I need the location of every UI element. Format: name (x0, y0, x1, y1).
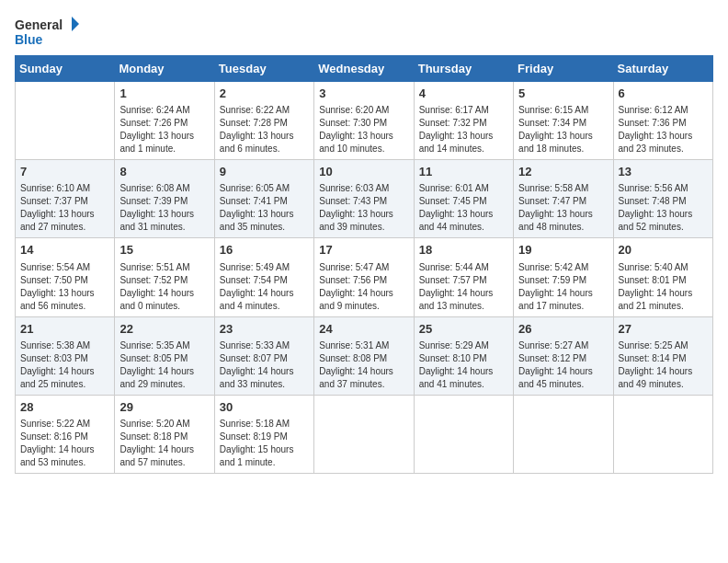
day-info: Sunrise: 5:47 AM (319, 261, 408, 274)
day-info: Daylight: 13 hours (20, 208, 109, 221)
day-info: Daylight: 14 hours (119, 365, 209, 378)
calendar-cell (314, 395, 414, 473)
day-info: and 57 minutes. (119, 456, 209, 469)
day-number: 14 (20, 242, 109, 259)
day-info: Daylight: 14 hours (419, 365, 508, 378)
day-info: Daylight: 13 hours (419, 130, 508, 143)
day-number: 16 (220, 242, 309, 259)
day-info: Daylight: 14 hours (220, 365, 309, 378)
calendar-cell: 3Sunrise: 6:20 AMSunset: 7:30 PMDaylight… (314, 82, 414, 160)
day-info: Sunset: 7:41 PM (220, 195, 309, 208)
day-info: Daylight: 13 hours (518, 208, 608, 221)
day-info: and 13 minutes. (419, 300, 508, 313)
calendar-cell: 15Sunrise: 5:51 AMSunset: 7:52 PMDayligh… (115, 238, 214, 316)
day-info: Sunrise: 6:08 AM (119, 182, 209, 195)
day-number: 17 (319, 242, 408, 259)
svg-marker-2 (72, 17, 79, 31)
day-info: Sunrise: 6:01 AM (419, 182, 508, 195)
day-info: Sunrise: 5:56 AM (619, 182, 708, 195)
day-info: Sunset: 7:36 PM (619, 117, 708, 130)
day-number: 28 (20, 399, 109, 416)
day-info: and 52 minutes. (619, 221, 708, 234)
day-info: Sunset: 8:01 PM (619, 274, 708, 287)
day-info: Sunrise: 6:20 AM (319, 104, 408, 117)
day-info: and 14 minutes. (419, 143, 508, 155)
day-number: 3 (319, 86, 408, 102)
page-header: General Blue (15, 15, 713, 52)
day-info: Sunrise: 6:05 AM (220, 182, 309, 195)
day-info: and 23 minutes. (619, 143, 708, 155)
day-info: Daylight: 15 hours (220, 443, 309, 456)
day-info: and 48 minutes. (518, 221, 608, 234)
day-number: 13 (619, 164, 708, 180)
day-info: Daylight: 13 hours (518, 130, 608, 143)
day-info: Sunrise: 5:51 AM (119, 261, 209, 274)
day-info: Daylight: 13 hours (319, 130, 408, 143)
calendar-cell: 30Sunrise: 5:18 AMSunset: 8:19 PMDayligh… (214, 395, 313, 473)
day-info: Sunrise: 5:27 AM (518, 339, 608, 352)
day-info: Sunrise: 5:35 AM (119, 339, 209, 352)
day-info: Sunset: 7:59 PM (518, 274, 608, 287)
calendar-cell: 11Sunrise: 6:01 AMSunset: 7:45 PMDayligh… (414, 160, 513, 238)
header-wednesday: Wednesday (314, 56, 414, 82)
calendar-week-2: 7Sunrise: 6:10 AMSunset: 7:37 PMDaylight… (16, 160, 713, 238)
day-info: Sunrise: 5:33 AM (220, 339, 309, 352)
day-info: and 6 minutes. (220, 143, 309, 155)
calendar-cell: 2Sunrise: 6:22 AMSunset: 7:28 PMDaylight… (214, 82, 313, 160)
day-info: Sunset: 7:34 PM (518, 117, 608, 130)
day-info: Sunset: 7:47 PM (518, 195, 608, 208)
calendar-header-row: SundayMondayTuesdayWednesdayThursdayFrid… (16, 56, 713, 82)
day-info: Sunrise: 6:03 AM (319, 182, 408, 195)
calendar-cell: 9Sunrise: 6:05 AMSunset: 7:41 PMDaylight… (214, 160, 313, 238)
day-info: Daylight: 14 hours (319, 287, 408, 300)
day-info: Sunset: 8:18 PM (119, 431, 209, 443)
day-info: Sunrise: 5:38 AM (20, 339, 109, 352)
day-number: 2 (220, 86, 309, 102)
calendar-cell: 4Sunrise: 6:17 AMSunset: 7:32 PMDaylight… (414, 82, 513, 160)
day-info: and 35 minutes. (220, 221, 309, 234)
day-info: Daylight: 14 hours (119, 287, 209, 300)
day-info: and 18 minutes. (518, 143, 608, 155)
day-info: Daylight: 13 hours (119, 130, 209, 143)
calendar-cell: 22Sunrise: 5:35 AMSunset: 8:05 PMDayligh… (115, 316, 214, 395)
day-info: and 21 minutes. (619, 300, 708, 313)
day-info: and 9 minutes. (319, 300, 408, 313)
day-info: Daylight: 14 hours (619, 365, 708, 378)
day-info: Daylight: 14 hours (119, 443, 209, 456)
calendar-cell: 25Sunrise: 5:29 AMSunset: 8:10 PMDayligh… (414, 316, 513, 395)
day-info: Daylight: 14 hours (419, 287, 508, 300)
day-info: Sunset: 8:14 PM (619, 352, 708, 365)
logo: General Blue (15, 15, 79, 52)
calendar-cell: 29Sunrise: 5:20 AMSunset: 8:18 PMDayligh… (115, 395, 214, 473)
day-info: Sunset: 7:26 PM (119, 117, 209, 130)
calendar-cell: 19Sunrise: 5:42 AMSunset: 7:59 PMDayligh… (514, 238, 613, 316)
day-info: Sunrise: 5:40 AM (619, 261, 708, 274)
day-info: Sunset: 8:07 PM (220, 352, 309, 365)
day-number: 25 (419, 321, 508, 338)
day-info: and 1 minute. (220, 456, 309, 469)
calendar-cell: 13Sunrise: 5:56 AMSunset: 7:48 PMDayligh… (613, 160, 712, 238)
day-info: Sunset: 7:28 PM (220, 117, 309, 130)
day-info: Sunset: 8:05 PM (119, 352, 209, 365)
day-info: Daylight: 14 hours (20, 443, 109, 456)
day-number: 11 (419, 164, 508, 180)
day-info: Sunset: 7:52 PM (119, 274, 209, 287)
day-info: Daylight: 14 hours (518, 365, 608, 378)
calendar-cell: 1Sunrise: 6:24 AMSunset: 7:26 PMDaylight… (115, 82, 214, 160)
day-info: and 44 minutes. (419, 221, 508, 234)
header-monday: Monday (115, 56, 214, 82)
day-info: and 17 minutes. (518, 300, 608, 313)
calendar-cell: 21Sunrise: 5:38 AMSunset: 8:03 PMDayligh… (16, 316, 115, 395)
calendar-cell: 24Sunrise: 5:31 AMSunset: 8:08 PMDayligh… (314, 316, 414, 395)
day-info: Sunrise: 5:25 AM (619, 339, 708, 352)
day-info: and 37 minutes. (319, 378, 408, 391)
calendar-cell: 20Sunrise: 5:40 AMSunset: 8:01 PMDayligh… (613, 238, 712, 316)
day-info: Sunset: 8:10 PM (419, 352, 508, 365)
day-info: and 1 minute. (119, 143, 209, 155)
day-info: Sunrise: 6:17 AM (419, 104, 508, 117)
calendar-cell (16, 82, 115, 160)
day-info: and 39 minutes. (319, 221, 408, 234)
day-number: 18 (419, 242, 508, 259)
day-info: and 4 minutes. (220, 300, 309, 313)
day-info: Daylight: 14 hours (220, 287, 309, 300)
